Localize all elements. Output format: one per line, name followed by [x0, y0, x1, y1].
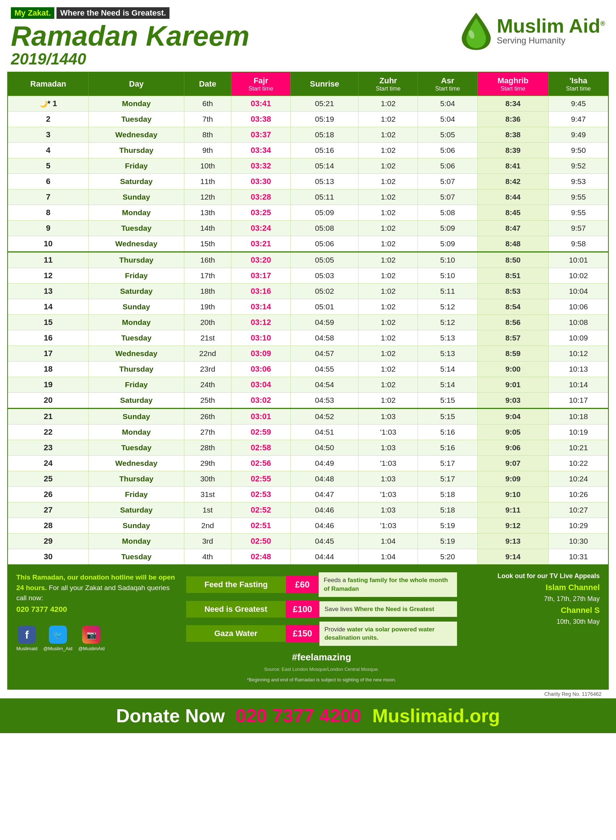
cell-asr: 5:13	[418, 346, 477, 361]
page-title: Ramadan Kareem	[11, 22, 249, 50]
cell-sunrise: 04:54	[290, 377, 358, 393]
cell-asr: 5:10	[418, 268, 477, 283]
cell-maghrib: 9:07	[477, 456, 549, 471]
cell-sunrise: 05:09	[290, 205, 358, 220]
cell-zuhr: 1:02	[358, 236, 418, 252]
cell-date: 25th	[184, 393, 231, 408]
twitter-label: @Muslim_Aid	[44, 645, 72, 652]
cell-sunrise: 05:18	[290, 127, 358, 143]
logo-tagline: Serving Humanity	[497, 35, 605, 46]
cell-day: Sunday	[89, 518, 184, 533]
cell-day: Saturday	[89, 283, 184, 299]
cell-zuhr: 1:02	[358, 252, 418, 268]
cell-fajr: 03:17	[231, 268, 290, 283]
cell-asr: 5:05	[418, 127, 477, 143]
cell-fajr: 03:25	[231, 205, 290, 220]
cell-date: 17th	[184, 268, 231, 283]
cell-zuhr: 1:02	[358, 174, 418, 189]
cell-ramadan: 14	[7, 299, 89, 315]
cell-zuhr: 1:02	[358, 143, 418, 158]
cell-maghrib: 8:44	[477, 189, 549, 205]
cell-fajr: 02:48	[231, 549, 290, 565]
cell-date: 14th	[184, 220, 231, 236]
logo-container: Muslim Aid® Serving Humanity	[460, 11, 605, 51]
cell-isha: 10:06	[549, 299, 609, 315]
cell-ramadan: 20	[7, 393, 89, 408]
cell-isha: 9:57	[549, 220, 609, 236]
cell-ramadan: 5	[7, 158, 89, 174]
cell-asr: 5:20	[418, 549, 477, 565]
cell-ramadan: 4	[7, 143, 89, 158]
cell-day: Wednesday	[89, 236, 184, 252]
cell-sunrise: 05:21	[290, 96, 358, 112]
cell-fajr: 02:58	[231, 440, 290, 456]
table-row: 2Tuesday7th03:3805:191:025:048:369:47	[7, 112, 609, 127]
table-row: 25Thursday30th02:5504:481:035:179:0910:2…	[7, 471, 609, 487]
hotline-phone[interactable]: 020 7377 4200	[16, 604, 179, 615]
cell-maghrib: 9:00	[477, 361, 549, 377]
tv-appeals-label: Look out for our TV Live Appeals	[464, 572, 600, 580]
cell-asr: 5:11	[418, 283, 477, 299]
cell-isha: 10:12	[549, 346, 609, 361]
cell-isha: 10:04	[549, 283, 609, 299]
cell-maghrib: 8:50	[477, 252, 549, 268]
cell-sunrise: 04:47	[290, 487, 358, 502]
cell-maghrib: 9:05	[477, 424, 549, 440]
table-row: 14Sunday19th03:1405:011:025:128:5410:06	[7, 299, 609, 315]
page: My Zakat. Where the Need is Greatest. Ra…	[0, 0, 616, 733]
cell-day: Tuesday	[89, 112, 184, 127]
cell-sunrise: 04:48	[290, 471, 358, 487]
cell-isha: 10:29	[549, 518, 609, 533]
cell-ramadan: 18	[7, 361, 89, 377]
instagram-icon[interactable]: 📷	[82, 626, 100, 644]
cell-ramadan: 28	[7, 518, 89, 533]
table-row: 30Tuesday4th02:4804:441:045:209:1410:31	[7, 549, 609, 565]
cell-fajr: 03:16	[231, 283, 290, 299]
cell-zuhr: 1:03	[358, 471, 418, 487]
cell-asr: 5:10	[418, 252, 477, 268]
table-row: 9Tuesday14th03:2405:081:025:098:479:57	[7, 220, 609, 236]
cell-ramadan: 6	[7, 174, 89, 189]
cell-maghrib: 9:11	[477, 502, 549, 518]
cell-isha: 9:50	[549, 143, 609, 158]
cell-day: Thursday	[89, 361, 184, 377]
cell-asr: 5:04	[418, 112, 477, 127]
table-row: 20Saturday25th03:0204:531:025:159:0310:1…	[7, 393, 609, 408]
table-row: 29Monday3rd02:5004:451:045:199:1310:30	[7, 533, 609, 549]
cell-maghrib: 8:53	[477, 283, 549, 299]
cell-day: Sunday	[89, 189, 184, 205]
cell-maghrib: 9:14	[477, 549, 549, 565]
cell-maghrib: 8:51	[477, 268, 549, 283]
twitter-icon[interactable]: 🐦	[49, 626, 67, 644]
col-fajr: FajrStart time	[231, 72, 290, 96]
cell-fajr: 03:12	[231, 315, 290, 330]
cell-date: 11th	[184, 174, 231, 189]
cell-zuhr: 1:03	[358, 502, 418, 518]
donation-desc-3: Provide water via solar powered water de…	[320, 621, 457, 646]
col-ramadan: Ramadan	[7, 72, 89, 96]
cell-zuhr: 1:02	[358, 205, 418, 220]
cell-maghrib: 8:45	[477, 205, 549, 220]
cell-fajr: 03:32	[231, 158, 290, 174]
col-sunrise: Sunrise	[290, 72, 358, 96]
cell-sunrise: 05:01	[290, 299, 358, 315]
cell-fajr: 03:21	[231, 236, 290, 252]
cell-date: 6th	[184, 96, 231, 112]
cell-zuhr: 1:02	[358, 112, 418, 127]
facebook-icon[interactable]: f	[18, 626, 36, 644]
cell-zuhr: 1:02	[358, 330, 418, 346]
donation-row-1: Feed the Fasting £60 Feeds a fasting fam…	[186, 572, 457, 597]
facebook-label: Muslimaid	[16, 645, 38, 652]
charity-reg: Charity Reg No. 1176462	[7, 690, 609, 698]
logo-name: Muslim Aid®	[497, 16, 605, 35]
cell-day: Thursday	[89, 143, 184, 158]
donate-phone[interactable]: 020 7377 4200	[236, 705, 361, 727]
channel-s-dates: 10th, 30th May	[464, 618, 600, 626]
cell-ramadan: 8	[7, 205, 89, 220]
cell-day: Friday	[89, 158, 184, 174]
donate-website[interactable]: Muslimaid.org	[372, 705, 500, 727]
cell-date: 12th	[184, 189, 231, 205]
cell-day: Monday	[89, 533, 184, 549]
cell-fajr: 03:04	[231, 377, 290, 393]
cell-ramadan: 2	[7, 112, 89, 127]
